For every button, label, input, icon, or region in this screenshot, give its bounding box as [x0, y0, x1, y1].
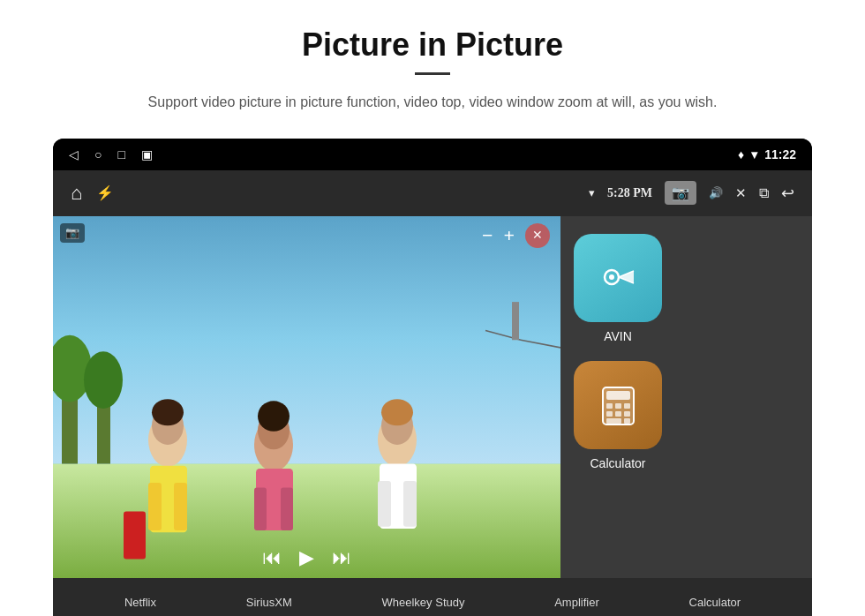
page-container: Picture in Picture Support video picture… — [0, 0, 865, 616]
avin-app-icon[interactable] — [574, 234, 662, 322]
dock-item-siriusxm[interactable]: SiriusXM — [246, 596, 292, 609]
svg-rect-42 — [606, 403, 613, 409]
back-nav-icon[interactable]: ◁ — [69, 147, 79, 162]
svg-point-33 — [609, 274, 614, 280]
dock-label-calculator: Calculator — [689, 596, 741, 609]
svg-point-27 — [381, 399, 413, 425]
pip-zoom-out-button[interactable]: − — [482, 224, 493, 247]
pip-close-button[interactable]: ✕ — [525, 223, 550, 248]
pip-playback-controls[interactable]: ⏮ ▶ ⏭ — [262, 546, 351, 569]
pip-close-icon: ✕ — [532, 228, 543, 243]
volume-icon[interactable]: 🔊 — [709, 186, 723, 200]
page-title: Picture in Picture — [53, 26, 812, 64]
usb-icon: ⚡ — [96, 184, 114, 201]
pip-next-button[interactable]: ⏭ — [332, 546, 351, 569]
dock-label-netflix: Netflix — [124, 596, 156, 609]
app-bar: ⌂ ⚡ ▾ 5:28 PM 📷 🔊 ✕ ⧉ ↩ — [53, 170, 812, 216]
svg-rect-23 — [403, 481, 417, 527]
svg-rect-28 — [124, 511, 146, 559]
video-scene — [53, 216, 560, 578]
dock-item-netflix[interactable]: Netflix — [124, 596, 156, 609]
pip-overlay[interactable]: 📷 − + ✕ ⏮ ▶ ⏭ — [53, 216, 565, 578]
home-icon[interactable]: ⌂ — [71, 182, 82, 205]
back-icon[interactable]: ↩ — [781, 184, 794, 203]
pip-top-controls[interactable]: − + ✕ — [482, 223, 550, 248]
pip-icon[interactable]: ⧉ — [759, 185, 769, 201]
title-divider — [415, 72, 450, 75]
main-content: 📷 − + ✕ ⏮ ▶ ⏭ — [53, 216, 812, 578]
svg-rect-48 — [606, 418, 621, 424]
svg-rect-12 — [148, 483, 162, 530]
svg-rect-47 — [624, 411, 630, 417]
pip-play-button[interactable]: ▶ — [299, 546, 314, 569]
svg-rect-1 — [53, 216, 560, 464]
status-bar-right: ♦ ▾ 11:22 — [738, 147, 796, 162]
svg-point-25 — [152, 399, 184, 425]
recents-nav-icon[interactable]: □ — [117, 147, 124, 162]
status-bar: ◁ ○ □ ▣ ♦ ▾ 11:22 — [53, 139, 812, 170]
svg-rect-45 — [606, 411, 613, 417]
dock-item-wheelkey[interactable]: Wheelkey Study — [382, 596, 465, 609]
svg-rect-13 — [174, 483, 187, 530]
svg-rect-41 — [606, 391, 630, 400]
svg-rect-9 — [512, 302, 519, 340]
close-icon[interactable]: ✕ — [735, 185, 747, 201]
camera-button[interactable]: 📷 — [665, 181, 696, 205]
svg-rect-22 — [378, 481, 391, 527]
device-frame: ◁ ○ □ ▣ ♦ ▾ 11:22 ⌂ ⚡ ▾ 5:28 PM 📷 🔊 ✕ ⧉ — [53, 139, 812, 616]
wifi-icon: ▾ — [751, 147, 757, 162]
dock-label-wheelkey: Wheelkey Study — [382, 596, 465, 609]
home-nav-icon[interactable]: ○ — [94, 147, 102, 162]
status-bar-left: ◁ ○ □ ▣ — [69, 147, 153, 162]
app-bar-time: 5:28 PM — [607, 186, 652, 200]
pip-zoom-in-button[interactable]: + — [503, 224, 515, 247]
avin-app-label: AVIN — [604, 329, 632, 343]
dock-label-siriusxm: SiriusXM — [246, 596, 292, 609]
svg-rect-43 — [615, 403, 621, 409]
wifi-status-icon: ▾ — [589, 186, 595, 200]
calculator-app-icon[interactable] — [574, 361, 662, 449]
bottom-dock: Netflix SiriusXM Wheelkey Study Amplifie… — [53, 578, 812, 616]
pip-video-frame: 📷 − + ✕ ⏮ ▶ ⏭ — [53, 216, 560, 578]
dock-item-calculator[interactable]: Calculator — [689, 596, 741, 609]
dock-item-amplifier[interactable]: Amplifier — [554, 596, 599, 609]
app-bar-right: ▾ 5:28 PM 📷 🔊 ✕ ⧉ ↩ — [589, 181, 794, 205]
svg-rect-44 — [624, 403, 630, 409]
location-icon: ♦ — [738, 147, 744, 162]
page-subtitle: Support video picture in picture functio… — [53, 91, 812, 114]
svg-point-26 — [258, 401, 290, 432]
pip-prev-button[interactable]: ⏮ — [262, 546, 282, 569]
svg-rect-17 — [254, 487, 267, 530]
screenshot-nav-icon[interactable]: ▣ — [141, 147, 153, 162]
calculator-app-label: Calculator — [590, 456, 645, 470]
svg-point-6 — [84, 351, 123, 409]
pip-camera-icon: 📷 — [60, 223, 85, 243]
svg-rect-49 — [624, 418, 630, 424]
svg-rect-46 — [615, 411, 621, 417]
svg-rect-18 — [281, 487, 293, 530]
status-time: 11:22 — [764, 147, 796, 162]
pip-camera-badge: 📷 — [60, 223, 85, 243]
dock-label-amplifier: Amplifier — [554, 596, 599, 609]
